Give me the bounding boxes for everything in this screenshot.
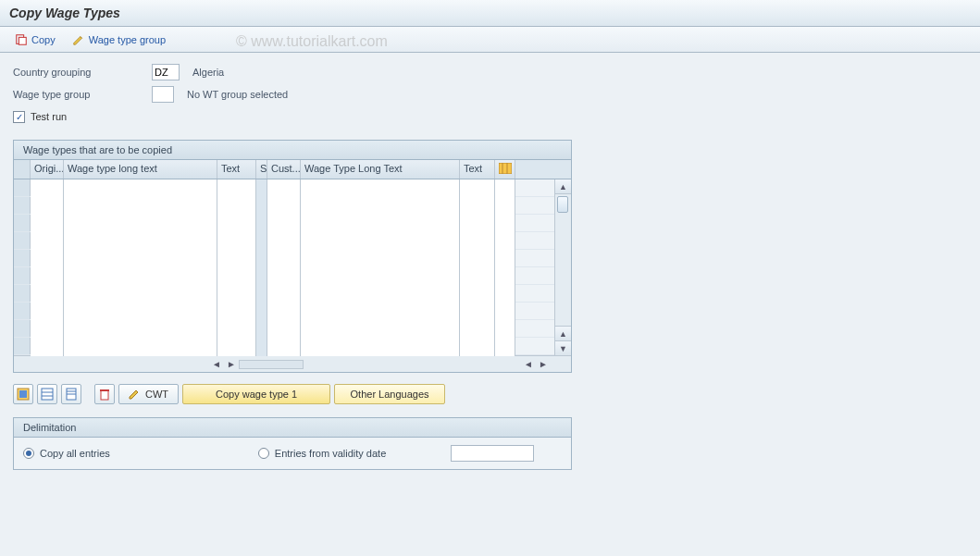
cell-wtlt[interactable] xyxy=(64,303,217,321)
cell-wtlt[interactable] xyxy=(64,215,217,233)
cell-origi[interactable] xyxy=(31,197,64,216)
row-selector[interactable] xyxy=(14,179,31,196)
cell-cust[interactable] xyxy=(267,250,301,268)
copy-wage-type-1-button[interactable]: Copy wage type 1 xyxy=(182,384,330,404)
cell-text[interactable] xyxy=(217,338,256,356)
test-run-checkbox[interactable]: ✓ xyxy=(13,111,25,123)
cell-text[interactable] xyxy=(217,197,256,216)
cell-cust[interactable] xyxy=(267,215,301,233)
table-row[interactable] xyxy=(14,285,571,303)
col-text2[interactable]: Text xyxy=(460,160,495,179)
cell-s[interactable] xyxy=(256,215,267,233)
cell-text[interactable] xyxy=(217,179,256,198)
cell-s[interactable] xyxy=(256,179,267,198)
row-selector[interactable] xyxy=(14,320,31,337)
hscroll-left-1[interactable]: ◄ xyxy=(209,359,224,369)
cell-s[interactable] xyxy=(256,250,267,268)
col-s[interactable]: S xyxy=(256,160,267,179)
wage-type-group-input[interactable] xyxy=(152,86,174,103)
cell-text2[interactable] xyxy=(460,250,495,268)
col-cust[interactable]: Cust... xyxy=(267,160,301,179)
cell-s[interactable] xyxy=(256,338,267,356)
cell-cust[interactable] xyxy=(267,338,301,356)
grid-scrollbar-vertical[interactable]: ▲ ▲ ▼ xyxy=(554,179,571,355)
col-configure[interactable] xyxy=(495,160,515,179)
delete-button[interactable] xyxy=(94,384,115,404)
table-row[interactable] xyxy=(14,179,571,197)
col-wtlt[interactable]: Wage type long text xyxy=(64,160,217,179)
radio-entries-from[interactable]: Entries from validity date xyxy=(258,448,386,459)
cell-origi[interactable] xyxy=(31,232,64,251)
col-text[interactable]: Text xyxy=(217,160,256,179)
cell-origi[interactable] xyxy=(31,303,64,321)
cell-text2[interactable] xyxy=(460,215,495,233)
row-selector[interactable] xyxy=(14,232,31,249)
row-selector[interactable] xyxy=(14,267,31,284)
cell-text2[interactable] xyxy=(460,303,495,321)
select-all-button[interactable] xyxy=(13,384,33,404)
cell-s[interactable] xyxy=(256,303,267,321)
table-row[interactable] xyxy=(14,320,571,338)
cell-s[interactable] xyxy=(256,232,267,251)
cell-text[interactable] xyxy=(217,267,256,286)
hscroll-right-1[interactable]: ► xyxy=(224,359,239,369)
copy-icon-button[interactable] xyxy=(61,384,81,404)
validity-date-input[interactable] xyxy=(451,445,534,462)
cell-text[interactable] xyxy=(217,303,256,321)
cell-origi[interactable] xyxy=(31,285,64,303)
row-selector[interactable] xyxy=(14,215,31,231)
table-row[interactable] xyxy=(14,267,571,285)
deselect-all-button[interactable] xyxy=(37,384,57,404)
cell-wtlt[interactable] xyxy=(64,232,217,251)
scroll-up-icon[interactable]: ▲ xyxy=(555,179,571,194)
cell-text2[interactable] xyxy=(460,285,495,303)
row-selector[interactable] xyxy=(14,250,31,266)
table-row[interactable] xyxy=(14,215,571,232)
row-selector[interactable] xyxy=(14,285,31,302)
cell-cust[interactable] xyxy=(267,179,301,198)
table-row[interactable] xyxy=(14,338,571,355)
cell-text2[interactable] xyxy=(460,232,495,251)
radio-copy-all[interactable]: Copy all entries xyxy=(23,448,110,459)
wage-type-group-button[interactable]: Wage type group xyxy=(67,31,171,48)
cell-wtlt[interactable] xyxy=(64,197,217,216)
cell-wtlt2[interactable] xyxy=(301,250,460,268)
cell-wtlt[interactable] xyxy=(64,179,217,198)
cell-origi[interactable] xyxy=(31,338,64,356)
table-row[interactable] xyxy=(14,250,571,267)
table-row[interactable] xyxy=(14,232,571,250)
cell-wtlt2[interactable] xyxy=(301,285,460,303)
cell-wtlt2[interactable] xyxy=(301,267,460,286)
table-row[interactable] xyxy=(14,197,571,215)
cell-origi[interactable] xyxy=(31,320,64,339)
cell-cust[interactable] xyxy=(267,267,301,286)
cell-cust[interactable] xyxy=(267,197,301,216)
cell-origi[interactable] xyxy=(31,250,64,268)
scroll-up2-icon[interactable]: ▲ xyxy=(555,326,571,340)
row-selector[interactable] xyxy=(14,338,31,354)
cell-wtlt2[interactable] xyxy=(301,215,460,233)
table-row[interactable] xyxy=(14,303,571,320)
cell-origi[interactable] xyxy=(31,179,64,198)
cell-cust[interactable] xyxy=(267,232,301,251)
cell-wtlt2[interactable] xyxy=(301,197,460,216)
scroll-thumb[interactable] xyxy=(557,196,568,213)
cell-s[interactable] xyxy=(256,285,267,303)
cell-text2[interactable] xyxy=(460,179,495,198)
cell-text2[interactable] xyxy=(460,320,495,339)
cell-wtlt2[interactable] xyxy=(301,232,460,251)
cell-cust[interactable] xyxy=(267,285,301,303)
cell-wtlt[interactable] xyxy=(64,250,217,268)
cell-text2[interactable] xyxy=(460,338,495,356)
cell-wtlt[interactable] xyxy=(64,285,217,303)
cell-origi[interactable] xyxy=(31,215,64,233)
cell-wtlt[interactable] xyxy=(64,267,217,286)
cell-s[interactable] xyxy=(256,267,267,286)
hscroll-left-2[interactable]: ◄ xyxy=(521,359,536,369)
cell-s[interactable] xyxy=(256,320,267,339)
cell-wtlt2[interactable] xyxy=(301,303,460,321)
cell-text[interactable] xyxy=(217,250,256,268)
row-selector[interactable] xyxy=(14,303,31,319)
hscroll-right-2[interactable]: ► xyxy=(536,359,551,369)
country-grouping-input[interactable] xyxy=(152,64,180,80)
